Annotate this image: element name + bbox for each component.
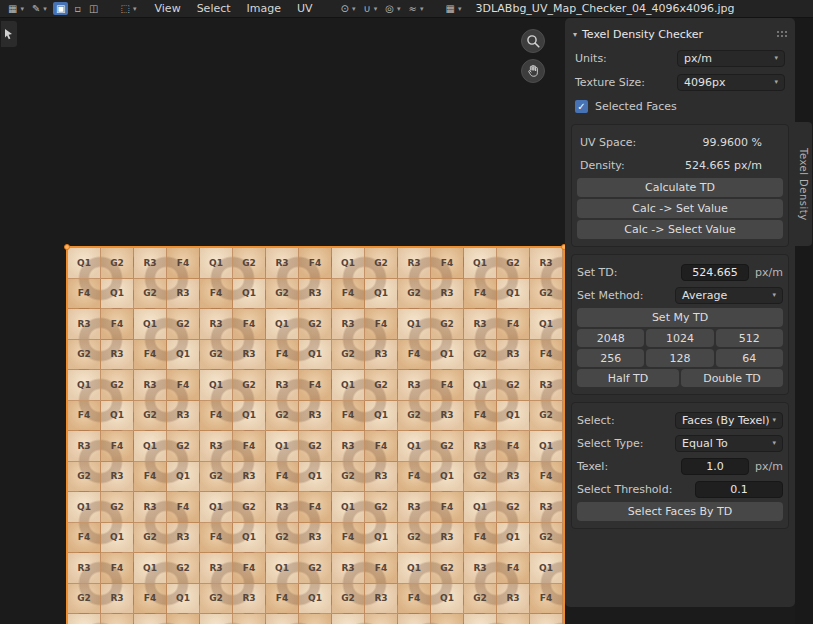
preset-2048-button[interactable]: 2048 [577, 329, 644, 347]
uv-grid-cell[interactable]: R3 [266, 248, 299, 279]
uv-grid-cell[interactable]: G2 [464, 340, 497, 371]
select-mode-edge-button[interactable]: ◫ [85, 4, 102, 14]
browse-image-dropdown[interactable]: ▦ ▾ [442, 4, 466, 14]
falloff-dropdown[interactable]: ≈ ▾ [405, 4, 428, 14]
select-dropdown[interactable]: Faces (By Texel) ▾ [675, 412, 783, 429]
uv-grid-cell[interactable]: R3 [299, 401, 332, 432]
uv-grid-cell[interactable]: Q1 [134, 431, 167, 462]
uv-grid-cell[interactable]: G2 [497, 492, 530, 523]
uv-grid-cell[interactable]: R3 [134, 614, 167, 624]
uv-grid-cell[interactable]: R3 [530, 248, 563, 279]
uv-grid-cell[interactable]: Q1 [530, 553, 563, 584]
uv-grid-cell[interactable]: F4 [134, 462, 167, 493]
select-faces-by-td-button[interactable]: Select Faces By TD [577, 502, 783, 521]
uv-grid-cell[interactable]: F4 [68, 401, 101, 432]
uv-grid-cell[interactable]: F4 [497, 431, 530, 462]
uv-grid-cell[interactable]: F4 [464, 523, 497, 554]
uv-grid-cell[interactable]: R3 [68, 431, 101, 462]
calc-set-value-button[interactable]: Calc -> Set Value [577, 199, 783, 218]
uv-grid-cell[interactable]: Q1 [68, 248, 101, 279]
uv-grid-cell[interactable]: Q1 [167, 462, 200, 493]
uv-grid-cell[interactable]: Q1 [134, 553, 167, 584]
units-dropdown[interactable]: px/m ▾ [677, 50, 785, 67]
uv-grid-cell[interactable]: Q1 [365, 401, 398, 432]
uv-grid-cell[interactable]: Q1 [200, 614, 233, 624]
uv-grid-cell[interactable]: F4 [464, 401, 497, 432]
uv-grid-cell[interactable]: Q1 [464, 492, 497, 523]
uv-grid-cell[interactable]: R3 [398, 248, 431, 279]
uv-grid-cell[interactable]: F4 [332, 401, 365, 432]
uv-grid-cell[interactable]: F4 [398, 340, 431, 371]
proportional-edit-dropdown[interactable]: ◎ ▾ [381, 4, 404, 14]
uv-grid-cell[interactable]: F4 [431, 492, 464, 523]
uv-grid-cell[interactable]: Q1 [365, 523, 398, 554]
uv-grid-cell[interactable]: R3 [134, 492, 167, 523]
uv-grid-cell[interactable]: Q1 [332, 370, 365, 401]
uv-grid-cell[interactable]: F4 [464, 279, 497, 310]
uv-grid-cell[interactable]: R3 [365, 584, 398, 615]
uv-grid-cell[interactable]: R3 [332, 553, 365, 584]
uv-grid-cell[interactable]: Q1 [233, 401, 266, 432]
uv-grid-cell[interactable]: F4 [497, 309, 530, 340]
uv-grid-cell[interactable]: G2 [497, 370, 530, 401]
set-method-dropdown[interactable]: Average ▾ [675, 287, 783, 304]
uv-grid-cell[interactable]: G2 [101, 614, 134, 624]
uv-grid-cell[interactable]: F4 [266, 340, 299, 371]
uv-grid-cell[interactable]: Q1 [398, 309, 431, 340]
set-td-field[interactable]: 524.665 [681, 264, 749, 281]
uv-grid-cell[interactable]: R3 [134, 370, 167, 401]
uv-grid-cell[interactable]: F4 [167, 614, 200, 624]
uv-grid-cell[interactable]: R3 [431, 523, 464, 554]
uv-grid-cell[interactable]: R3 [68, 553, 101, 584]
uv-grid-cell[interactable]: G2 [431, 553, 464, 584]
uv-grid-cell[interactable]: Q1 [299, 340, 332, 371]
uv-grid-cell[interactable]: Q1 [431, 584, 464, 615]
uv-grid-cell[interactable]: Q1 [68, 614, 101, 624]
uv-grid-cell[interactable]: Q1 [497, 401, 530, 432]
uv-grid-cell[interactable]: G2 [266, 279, 299, 310]
uv-grid-cell[interactable]: F4 [431, 614, 464, 624]
sticky-selection-dropdown[interactable]: ⬚ ▾ [117, 4, 141, 14]
uv-grid-cell[interactable]: G2 [398, 523, 431, 554]
uv-grid-cell[interactable]: F4 [101, 553, 134, 584]
uv-grid-cell[interactable]: G2 [233, 370, 266, 401]
uv-grid-cell[interactable]: Q1 [464, 614, 497, 624]
uv-grid-cell[interactable]: G2 [134, 279, 167, 310]
uv-grid-cell[interactable]: F4 [233, 431, 266, 462]
uv-grid-cell[interactable]: G2 [497, 614, 530, 624]
menu-select[interactable]: Select [189, 2, 239, 15]
preset-256-button[interactable]: 256 [577, 349, 644, 367]
uv-grid-cell[interactable]: R3 [233, 340, 266, 371]
uv-grid-cell[interactable]: R3 [68, 309, 101, 340]
uv-grid-cell[interactable]: F4 [398, 584, 431, 615]
uv-grid-cell[interactable]: G2 [233, 614, 266, 624]
preset-512-button[interactable]: 512 [716, 329, 783, 347]
uv-grid-cell[interactable]: G2 [365, 492, 398, 523]
uv-grid-cell[interactable]: Q1 [431, 462, 464, 493]
uv-grid-cell[interactable]: F4 [266, 462, 299, 493]
uv-grid-cell[interactable]: R3 [464, 309, 497, 340]
uv-grid-cell[interactable]: G2 [299, 431, 332, 462]
toolbar-tool-button[interactable] [1, 21, 17, 47]
uv-grid-cell[interactable]: F4 [68, 523, 101, 554]
uv-grid-cell[interactable]: F4 [299, 370, 332, 401]
uv-grid-cell[interactable]: G2 [68, 584, 101, 615]
uv-grid-cell[interactable]: R3 [167, 279, 200, 310]
uv-grid-cell[interactable]: F4 [101, 309, 134, 340]
uv-grid-cell[interactable]: Q1 [497, 523, 530, 554]
uv-grid-cell[interactable]: G2 [299, 553, 332, 584]
uv-grid-cell[interactable]: F4 [200, 523, 233, 554]
uv-grid-cell[interactable]: F4 [299, 248, 332, 279]
uv-grid-cell[interactable]: Q1 [101, 523, 134, 554]
preset-1024-button[interactable]: 1024 [646, 329, 713, 347]
uv-grid-cell[interactable]: G2 [530, 401, 563, 432]
uv-grid-cell[interactable]: R3 [266, 370, 299, 401]
set-my-td-button[interactable]: Set My TD [577, 308, 783, 327]
uv-grid-cell[interactable]: F4 [299, 614, 332, 624]
uv-grid-cell[interactable]: F4 [134, 340, 167, 371]
uv-grid-cell[interactable]: G2 [167, 553, 200, 584]
uv-grid-cell[interactable]: Q1 [299, 462, 332, 493]
uv-grid-cell[interactable]: F4 [530, 584, 563, 615]
uv-grid-cell[interactable]: Q1 [266, 431, 299, 462]
uv-grid-cell[interactable]: R3 [299, 279, 332, 310]
